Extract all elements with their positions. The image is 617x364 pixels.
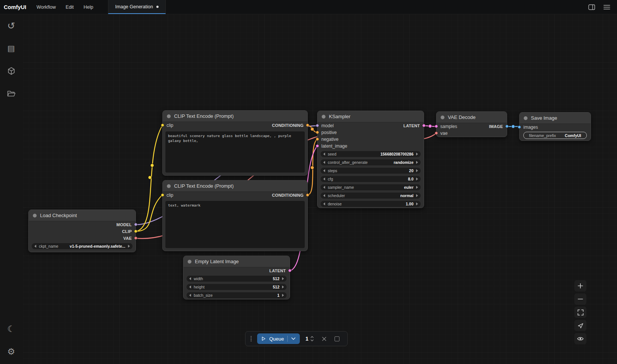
next-arrow-icon[interactable]	[416, 161, 418, 164]
input-port-vae[interactable]	[435, 131, 438, 135]
widget-steps[interactable]: steps 20	[321, 168, 421, 174]
output-port-model[interactable]	[134, 223, 137, 226]
collapse-dot[interactable]	[188, 260, 191, 264]
toggle-panel-button[interactable]	[588, 3, 596, 11]
batch-count-value[interactable]: 1	[305, 336, 308, 342]
increment-arrow-icon[interactable]	[416, 169, 418, 172]
batch-count-stepper[interactable]: 1	[305, 336, 314, 342]
increment-arrow-icon[interactable]	[282, 285, 284, 288]
node-header[interactable]: Empty Latent Image	[184, 256, 290, 267]
collapse-dot[interactable]	[33, 214, 37, 217]
prompt-textarea[interactable]: text, watermark	[165, 201, 305, 248]
input-port-samples[interactable]	[435, 125, 438, 128]
widget-sampler-name[interactable]: sampler_name euler	[321, 184, 421, 190]
node-ksampler[interactable]: KSampler model LATENT positive negative …	[317, 111, 424, 208]
collapse-dot[interactable]	[322, 115, 325, 119]
output-port-latent[interactable]	[288, 269, 292, 272]
widget-denoise[interactable]: denoise 1.00	[321, 201, 421, 207]
menu-workflow[interactable]: Workflow	[32, 0, 61, 14]
menu-help[interactable]: Help	[79, 0, 98, 14]
queue-list-button[interactable]: ▤	[5, 42, 18, 55]
node-library-button[interactable]	[5, 65, 18, 77]
node-header[interactable]: Load Checkpoint	[29, 210, 136, 221]
clear-queue-icon[interactable]	[322, 336, 327, 341]
history-button[interactable]: ↺	[5, 19, 18, 32]
increment-arrow-icon[interactable]	[416, 177, 418, 180]
widget-filename-prefix[interactable]: filename_prefix ComfyUI	[523, 132, 587, 139]
increment-arrow-icon[interactable]	[282, 277, 284, 280]
zoom-out-button[interactable]	[574, 293, 586, 305]
widget-control-after-generate[interactable]: control_after_generate randomize	[321, 159, 421, 165]
decrement-arrow-icon[interactable]	[323, 177, 325, 180]
prev-arrow-icon[interactable]	[323, 161, 325, 164]
output-port-image[interactable]	[505, 125, 509, 128]
widget-seed[interactable]: seed 156680208700286	[321, 151, 421, 157]
collapse-dot[interactable]	[167, 184, 171, 188]
collapse-dot[interactable]	[524, 116, 528, 120]
decrement-arrow-icon[interactable]	[189, 277, 191, 280]
decrement-arrow-icon[interactable]	[323, 153, 325, 156]
next-arrow-icon[interactable]	[128, 245, 130, 248]
widget-scheduler[interactable]: scheduler normal	[321, 193, 421, 199]
node-header[interactable]: CLIP Text Encode (Prompt)	[163, 180, 307, 192]
collapse-dot[interactable]	[441, 116, 444, 119]
node-clip-text-encode-negative[interactable]: CLIP Text Encode (Prompt) clip CONDITION…	[162, 180, 308, 251]
input-port-images[interactable]	[518, 125, 521, 129]
stepper-down-icon[interactable]	[310, 339, 314, 341]
app-logo[interactable]: ComfyUI	[0, 0, 32, 14]
widget-cfg[interactable]: cfg 8.0	[321, 176, 421, 182]
decrement-arrow-icon[interactable]	[323, 202, 325, 205]
theme-toggle-button[interactable]: ☾	[5, 322, 18, 335]
node-vae-decode[interactable]: VAE Decode samples IMAGE vae	[436, 111, 507, 137]
input-port-positive[interactable]	[316, 131, 319, 134]
node-clip-text-encode-positive[interactable]: CLIP Text Encode (Prompt) clip CONDITION…	[162, 110, 308, 176]
prev-arrow-icon[interactable]	[34, 245, 36, 248]
node-header[interactable]: CLIP Text Encode (Prompt)	[163, 111, 307, 122]
input-port-clip[interactable]	[161, 123, 164, 127]
collapse-dot[interactable]	[167, 114, 171, 118]
input-port-negative[interactable]	[316, 137, 319, 141]
output-port-vae[interactable]	[134, 236, 137, 240]
stop-icon[interactable]	[335, 336, 339, 341]
queue-button[interactable]: Queue	[257, 333, 300, 344]
menu-edit[interactable]: Edit	[61, 0, 79, 14]
next-arrow-icon[interactable]	[416, 186, 418, 189]
decrement-arrow-icon[interactable]	[189, 285, 191, 288]
settings-button[interactable]: ⚙	[5, 345, 18, 358]
zoom-in-button[interactable]	[574, 280, 586, 292]
prev-arrow-icon[interactable]	[323, 186, 325, 189]
node-empty-latent-image[interactable]: Empty Latent Image LATENT width 512 heig…	[183, 256, 290, 299]
widget-ckpt-name[interactable]: ckpt_name v1-5-pruned-emaonly.safete...	[32, 243, 133, 249]
output-port-clip[interactable]	[134, 230, 137, 233]
widget-width[interactable]: width 512	[187, 276, 287, 282]
node-save-image[interactable]: Save Image images filename_prefix ComfyU…	[519, 112, 591, 141]
widget-height[interactable]: height 512	[187, 284, 287, 290]
prompt-textarea[interactable]: beautiful scenery nature glass bottle la…	[165, 131, 305, 173]
tab-image-generation[interactable]: Image Generation	[108, 0, 166, 14]
select-mode-button[interactable]	[574, 320, 586, 331]
main-menu-button[interactable]	[603, 3, 611, 11]
drag-handle[interactable]	[250, 336, 252, 342]
node-header[interactable]: Save Image	[520, 113, 591, 124]
node-header[interactable]: VAE Decode	[437, 112, 507, 123]
increment-arrow-icon[interactable]	[282, 294, 284, 297]
next-arrow-icon[interactable]	[416, 194, 418, 197]
widget-batch-size[interactable]: batch_size 1	[187, 292, 287, 298]
chevron-down-icon[interactable]	[291, 337, 296, 340]
increment-arrow-icon[interactable]	[416, 202, 418, 205]
input-port-latent-image[interactable]	[316, 144, 319, 148]
input-port-model[interactable]	[316, 124, 319, 127]
decrement-arrow-icon[interactable]	[189, 294, 191, 297]
output-port-latent[interactable]	[422, 124, 426, 127]
fit-view-button[interactable]	[574, 307, 586, 318]
prev-arrow-icon[interactable]	[323, 194, 325, 197]
input-port-clip[interactable]	[161, 193, 164, 197]
workflows-button[interactable]	[5, 87, 18, 100]
node-header[interactable]: KSampler	[318, 111, 424, 122]
increment-arrow-icon[interactable]	[416, 153, 418, 156]
output-port-conditioning[interactable]	[306, 193, 309, 197]
node-load-checkpoint[interactable]: Load Checkpoint MODEL CLIP VAE ckpt_name…	[28, 210, 136, 252]
decrement-arrow-icon[interactable]	[323, 169, 325, 172]
stepper-up-icon[interactable]	[310, 336, 314, 338]
output-port-conditioning[interactable]	[306, 123, 309, 127]
